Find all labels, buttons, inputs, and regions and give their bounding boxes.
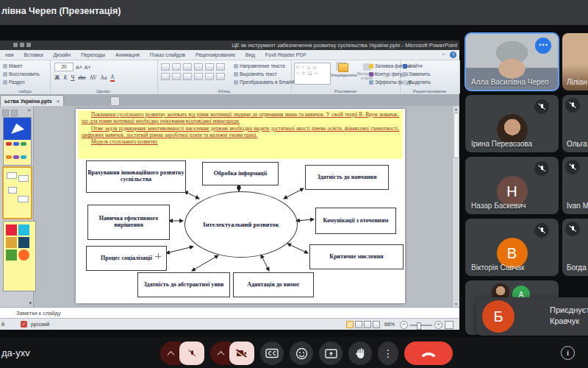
ribbon-tab-view[interactable]: Вид: [240, 52, 260, 57]
mic-toggle-button[interactable]: [179, 342, 204, 365]
avatar: Б: [482, 300, 514, 333]
slide-thumbnail-current[interactable]: [2, 166, 32, 219]
participant-name: Ольга: [567, 140, 587, 148]
spellcheck-icon[interactable]: ✓: [21, 321, 27, 328]
reset-button[interactable]: Восстановить: [0, 70, 50, 78]
shrink-font-button[interactable]: A˅: [85, 65, 91, 70]
chevron-up-icon: [217, 350, 224, 358]
new-tab-button[interactable]: [110, 96, 120, 106]
diagram-node[interactable]: Навичка ефективного вирішення: [87, 205, 170, 240]
ribbon-tab-foxit[interactable]: Foxit Reader PDF: [260, 52, 312, 57]
camera-options-button[interactable]: [210, 342, 231, 365]
scroll-down-icon[interactable]: ▼: [453, 302, 459, 306]
tile-menu-icon[interactable]: ⋯: [535, 38, 551, 54]
smartart-button[interactable]: Преобразовать в SmartArt: [231, 78, 298, 86]
shapes-gallery[interactable]: □ ○ △ ◇○ ☆ ◻ ─: [294, 63, 331, 85]
paragraph-buttons[interactable]: [161, 63, 229, 80]
participant-tile[interactable]: ⋯ Алла Василівна Череп: [465, 33, 559, 91]
ribbon-tab-insert[interactable]: Вставка: [19, 52, 49, 57]
editor-scrollbar[interactable]: ▲ ▼: [452, 106, 459, 307]
scrollbar-thumb[interactable]: [453, 113, 459, 158]
view-switcher[interactable]: [346, 321, 380, 328]
zoom-level[interactable]: 66%: [384, 322, 395, 327]
diagram-center-ellipse[interactable]: Інтелектуальний розвиток: [184, 191, 298, 258]
slide-thumbnail[interactable]: [3, 117, 32, 166]
arrange-button[interactable]: Упорядочить: [331, 63, 356, 77]
zoom-slider[interactable]: [410, 325, 432, 326]
slide-thumbnail[interactable]: [3, 221, 36, 291]
present-button[interactable]: [319, 342, 343, 365]
notes-pane[interactable]: Заметки к слайду: [0, 307, 459, 319]
slides-pane-tab-icon[interactable]: [2, 110, 9, 116]
zoom-out-button[interactable]: −: [400, 321, 408, 329]
camera-toggle-button[interactable]: [229, 342, 254, 365]
pane-close-icon[interactable]: ×: [27, 107, 31, 113]
captions-button[interactable]: [260, 342, 284, 365]
ribbon-tab-transitions[interactable]: Переходы: [76, 52, 110, 57]
grow-font-button[interactable]: A˄: [76, 65, 82, 70]
underline-button[interactable]: Ч: [71, 74, 74, 81]
ribbon-tab-home[interactable]: ная: [0, 52, 19, 57]
participant-tile-partial[interactable]: Ivan M: [562, 157, 588, 214]
ribbon-tab-slideshow[interactable]: Показ слайдов: [145, 52, 190, 57]
zoom-in-button[interactable]: +: [434, 321, 442, 329]
font-size-combo[interactable]: 20: [54, 63, 74, 71]
font-color-button[interactable]: A: [110, 74, 114, 82]
zoom-slider-thumb[interactable]: [417, 322, 421, 330]
end-call-button[interactable]: [404, 342, 453, 365]
reactions-button[interactable]: [290, 342, 313, 365]
ribbon-tab-review[interactable]: Рецензирование: [190, 52, 240, 57]
outline-pane-tab-icon[interactable]: [11, 110, 18, 116]
thumbnail-scroll-down-icon[interactable]: ▾: [29, 300, 32, 306]
replace-button[interactable]: Заменить: [400, 70, 459, 78]
italic-button[interactable]: К: [63, 74, 67, 81]
strikethrough-button[interactable]: abc: [78, 74, 85, 81]
participant-tile-partial[interactable]: Богда: [562, 219, 588, 276]
diagram-node[interactable]: Комунікації з оточенням: [315, 208, 396, 234]
document-tab[interactable]: ьства України.pptx ×: [0, 95, 64, 106]
align-text-button[interactable]: Выровнять текст: [231, 70, 298, 78]
participant-tile-partial[interactable]: Ольга: [562, 95, 588, 152]
ribbon-tab-design[interactable]: Дизайн: [49, 52, 76, 57]
text-direction-button[interactable]: Направление текста: [231, 62, 298, 70]
document-tab-bar: ьства України.pptx ×: [0, 94, 459, 106]
diagram-node[interactable]: Здатність до абстрактної уяви: [137, 272, 230, 297]
char-spacing-button[interactable]: AV: [90, 74, 97, 81]
diagram-node[interactable]: Обробка інформації: [202, 162, 279, 185]
help-icon[interactable]: ?: [450, 52, 456, 58]
tab-close-icon[interactable]: ×: [57, 98, 60, 105]
powerpoint-window: ЦЕ як інструмент забезпечення розвитку с…: [0, 40, 459, 329]
fit-to-window-button[interactable]: [445, 321, 453, 329]
find-button[interactable]: Найти: [400, 62, 459, 70]
participant-tile[interactable]: Н Назар Баскевич: [465, 157, 559, 214]
raise-hand-button[interactable]: [348, 342, 372, 365]
scroll-up-icon[interactable]: ▲: [453, 107, 459, 111]
smartart-icon: [234, 80, 238, 85]
diagram-node[interactable]: Врахування інноваційного розвитку суспіл…: [86, 160, 186, 193]
presentation-share-title: лівна Череп (Презентація): [1, 6, 121, 16]
diagram-node[interactable]: Здатність до навчання: [305, 165, 389, 190]
status-language[interactable]: русский: [31, 322, 49, 327]
section-button[interactable]: Раздел: [0, 78, 50, 86]
change-case-button[interactable]: Aa: [101, 74, 107, 81]
diagram-node[interactable]: Критичне мислення: [309, 244, 404, 269]
quick-access-toolbar[interactable]: [13, 43, 31, 47]
info-icon[interactable]: i: [561, 346, 575, 360]
mic-off-icon: [537, 102, 546, 111]
select-button[interactable]: Выделить: [400, 78, 459, 86]
mic-off-badge: [534, 161, 549, 176]
slide-canvas[interactable]: Показники суспільного розвитку залежать …: [76, 109, 405, 303]
participant-name: Ліліан: [567, 78, 587, 86]
more-options-button[interactable]: ⋮: [378, 342, 398, 365]
ribbon-minimize-icon[interactable]: ^: [437, 52, 450, 57]
bold-button[interactable]: Ж: [54, 74, 60, 81]
mic-options-button[interactable]: [160, 342, 181, 365]
ribbon-tab-animation[interactable]: Анимация: [110, 52, 145, 57]
layout-button[interactable]: Макет: [0, 62, 50, 70]
participant-tile-partial[interactable]: Ліліан: [562, 33, 588, 91]
diagram-node[interactable]: Адаптація до вимог: [233, 272, 314, 297]
ppt-window-title: ЦЕ як інструмент забезпечення розвитку с…: [232, 42, 457, 49]
participant-tile[interactable]: В Вікторія Савчак: [465, 219, 559, 276]
font-group-label: Шрифт: [50, 89, 157, 93]
participant-tile[interactable]: Ірина Перевозова: [465, 95, 559, 152]
